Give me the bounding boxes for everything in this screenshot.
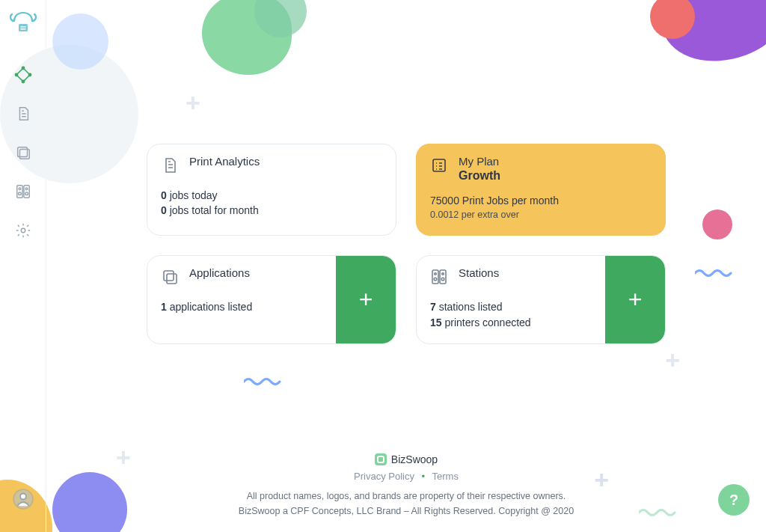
card-print-analytics[interactable]: Print Analytics 0 jobs today 0 jobs tota… — [147, 144, 396, 236]
plan-name: Growth — [459, 169, 500, 183]
svg-rect-1 — [20, 26, 25, 28]
card-my-plan[interactable]: My Plan Growth 75000 Print Jobs per mont… — [416, 144, 666, 236]
help-icon: ? — [729, 492, 738, 509]
svg-point-7 — [15, 73, 17, 76]
card-title: Stations — [459, 266, 499, 279]
svg-point-15 — [25, 192, 28, 195]
svg-point-4 — [22, 67, 24, 69]
svg-point-27 — [441, 278, 444, 281]
plan-limit: 75000 Print Jobs per month — [430, 193, 652, 208]
applications-icon — [161, 268, 179, 289]
svg-point-25 — [434, 278, 437, 281]
card-stations[interactable]: Stations 7 stations listed 15 printers c… — [416, 255, 666, 344]
logo[interactable] — [5, 3, 41, 39]
plan-title: My Plan — [459, 155, 500, 168]
footer-line1: All product names, logos, and brands are… — [46, 489, 766, 504]
nav-stations[interactable] — [10, 178, 37, 205]
plan-icon — [430, 156, 448, 177]
help-button[interactable]: ? — [718, 484, 750, 516]
privacy-link[interactable]: Privacy Policy — [354, 471, 414, 482]
stations-label: stations listed — [436, 301, 503, 313]
add-application-button[interactable]: + — [336, 256, 396, 343]
svg-rect-9 — [19, 149, 29, 159]
plan-extra: 0.0012 per extra over — [430, 208, 652, 221]
printers-label: printers connected — [442, 317, 531, 328]
printers-count: 15 — [430, 317, 442, 328]
stations-icon — [430, 268, 448, 289]
analytics-month-count: 0 — [161, 204, 167, 216]
footer-brand[interactable]: BizSwoop — [375, 453, 438, 465]
add-station-button[interactable]: + — [605, 256, 665, 343]
analytics-today-count: 0 — [161, 189, 167, 201]
stations-count: 7 — [430, 301, 436, 313]
terms-link[interactable]: Terms — [432, 471, 459, 482]
svg-rect-2 — [20, 28, 25, 30]
apps-label: applications listed — [167, 301, 252, 313]
svg-point-5 — [28, 73, 31, 76]
plus-icon: + — [359, 286, 373, 314]
nav-dashboard[interactable] — [10, 61, 37, 88]
svg-rect-0 — [19, 24, 28, 31]
svg-point-16 — [21, 228, 25, 233]
card-title: Applications — [189, 266, 250, 279]
svg-rect-20 — [164, 271, 174, 281]
svg-point-13 — [18, 192, 21, 195]
nav-account[interactable] — [10, 486, 37, 513]
svg-point-26 — [442, 273, 444, 275]
card-title: Print Analytics — [189, 155, 260, 168]
brand-icon — [375, 453, 387, 465]
analytics-icon — [161, 156, 179, 177]
nav-settings[interactable] — [10, 217, 37, 244]
nav-documents[interactable] — [10, 100, 37, 127]
card-applications[interactable]: Applications 1 applications listed + — [147, 255, 396, 344]
nav-applications[interactable] — [10, 139, 37, 166]
svg-rect-8 — [17, 147, 27, 157]
plus-icon: + — [628, 286, 643, 314]
svg-point-12 — [19, 188, 21, 190]
svg-rect-22 — [432, 270, 438, 284]
svg-point-6 — [22, 80, 24, 82]
svg-point-18 — [20, 494, 26, 500]
brand-label: BizSwoop — [391, 453, 438, 465]
sidebar — [0, 0, 46, 532]
analytics-month-label: jobs total for month — [167, 204, 259, 216]
svg-point-24 — [435, 273, 437, 275]
svg-rect-21 — [167, 274, 177, 284]
svg-point-14 — [25, 188, 28, 190]
separator: • — [422, 471, 426, 482]
svg-marker-3 — [16, 68, 30, 82]
footer-line2: BizSwoop a CPF Concepts, LLC Brand – All… — [46, 504, 766, 519]
analytics-today-label: jobs today — [167, 189, 218, 201]
main: Print Analytics 0 jobs today 0 jobs tota… — [46, 0, 766, 532]
footer: BizSwoop Privacy Policy • Terms All prod… — [46, 453, 766, 519]
svg-rect-23 — [440, 270, 446, 284]
apps-count: 1 — [161, 301, 167, 313]
